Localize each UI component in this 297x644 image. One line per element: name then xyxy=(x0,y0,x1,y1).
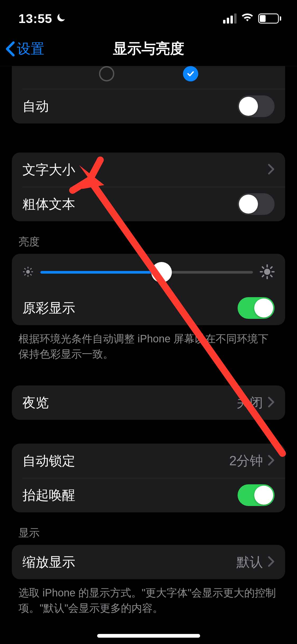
appearance-group: 自动 xyxy=(12,66,285,123)
night-shift-group: 夜览 关闭 xyxy=(12,385,285,420)
auto-appearance-row[interactable]: 自动 xyxy=(12,89,285,123)
brightness-slider[interactable] xyxy=(40,271,253,274)
status-bar: 13:55 27 xyxy=(0,0,297,32)
bold-text-row[interactable]: 粗体文本 xyxy=(12,187,285,221)
auto-lock-row[interactable]: 自动锁定 2分钟 xyxy=(12,444,285,478)
svg-line-16 xyxy=(262,275,264,277)
chevron-right-icon xyxy=(268,455,275,467)
auto-lock-label: 自动锁定 xyxy=(22,452,229,470)
wifi-icon xyxy=(241,12,253,25)
raise-to-wake-label: 抬起唤醒 xyxy=(22,486,238,504)
raise-to-wake-toggle[interactable] xyxy=(238,484,275,506)
svg-line-3 xyxy=(25,269,25,269)
raise-to-wake-row[interactable]: 抬起唤醒 xyxy=(12,478,285,512)
text-size-row[interactable]: 文字大小 xyxy=(12,153,285,187)
auto-lock-value: 2分钟 xyxy=(229,452,263,470)
appearance-selector[interactable] xyxy=(12,66,285,89)
display-zoom-label: 缩放显示 xyxy=(22,553,237,571)
true-tone-footer: 根据环境光条件自动调整 iPhone 屏幕以在不同环境下保持色彩显示一致。 xyxy=(0,325,297,362)
dark-mode-radio[interactable] xyxy=(183,66,198,81)
sun-max-icon xyxy=(260,264,275,280)
light-mode-radio[interactable] xyxy=(99,66,114,81)
svg-point-9 xyxy=(264,269,270,275)
do-not-disturb-icon xyxy=(55,13,66,24)
text-group: 文字大小 粗体文本 xyxy=(12,153,285,221)
cellular-signal-icon xyxy=(223,13,237,24)
true-tone-toggle[interactable] xyxy=(238,297,275,319)
true-tone-label: 原彩显示 xyxy=(22,299,238,317)
auto-appearance-label: 自动 xyxy=(22,98,238,115)
display-zoom-value: 默认 xyxy=(237,553,263,571)
status-time: 13:55 xyxy=(18,11,52,26)
brightness-header: 亮度 xyxy=(0,221,297,254)
display-header: 显示 xyxy=(0,512,297,545)
night-shift-value: 关闭 xyxy=(237,394,263,412)
autolock-group: 自动锁定 2分钟 抬起唤醒 xyxy=(12,444,285,512)
chevron-right-icon xyxy=(268,164,275,176)
svg-line-17 xyxy=(271,267,272,268)
bold-text-label: 粗体文本 xyxy=(22,195,238,213)
display-zoom-footer: 选取 iPhone 的显示方式。"更大字体"会显示更大的控制项。"默认"会显示更… xyxy=(0,579,297,616)
display-zoom-row[interactable]: 缩放显示 默认 xyxy=(12,545,285,579)
svg-line-7 xyxy=(25,274,25,275)
home-indicator[interactable] xyxy=(97,634,200,638)
night-shift-row[interactable]: 夜览 关闭 xyxy=(12,385,285,420)
status-right: 27 xyxy=(223,12,281,25)
true-tone-row[interactable]: 原彩显示 xyxy=(12,291,285,325)
svg-line-4 xyxy=(31,274,31,275)
text-size-label: 文字大小 xyxy=(22,161,268,179)
svg-line-8 xyxy=(31,269,31,269)
chevron-right-icon xyxy=(268,556,275,568)
battery-icon: 27 xyxy=(258,13,281,24)
brightness-slider-thumb[interactable] xyxy=(151,262,172,283)
sun-min-icon xyxy=(22,266,34,278)
svg-line-13 xyxy=(271,275,272,277)
navigation-bar: 设置 显示与亮度 xyxy=(0,32,297,66)
night-shift-label: 夜览 xyxy=(22,394,237,412)
chevron-right-icon xyxy=(268,397,275,409)
status-left: 13:55 xyxy=(18,11,66,26)
auto-appearance-toggle[interactable] xyxy=(238,95,275,117)
bold-text-toggle[interactable] xyxy=(238,193,275,215)
svg-point-0 xyxy=(26,270,30,274)
page-title: 显示与亮度 xyxy=(0,39,297,58)
brightness-slider-row[interactable] xyxy=(12,254,285,291)
brightness-group: 原彩显示 xyxy=(12,254,285,325)
svg-line-12 xyxy=(262,267,264,268)
display-zoom-group: 缩放显示 默认 xyxy=(12,545,285,579)
